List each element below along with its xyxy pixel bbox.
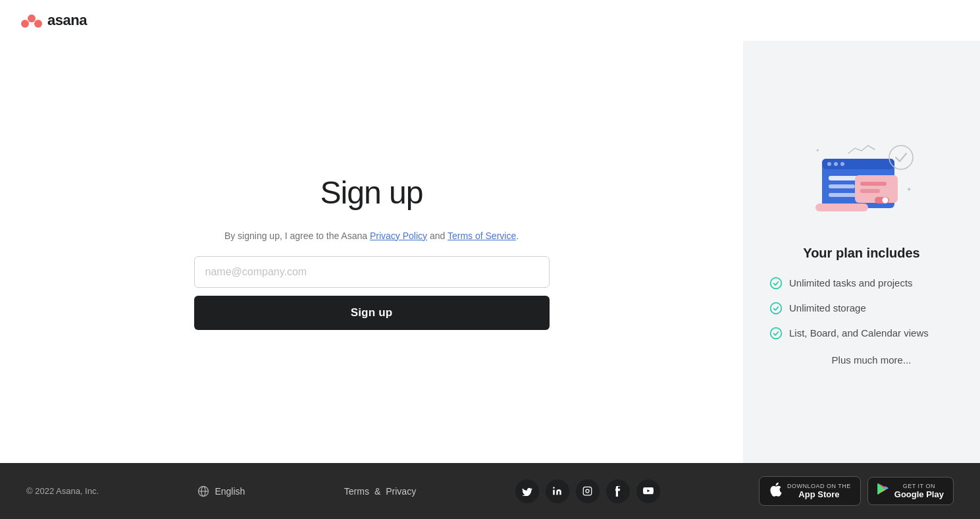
svg-text:✦: ✦: [906, 186, 912, 193]
svg-point-28: [586, 489, 589, 493]
svg-point-26: [553, 487, 555, 489]
svg-rect-4: [822, 159, 894, 169]
logo-text: asana: [47, 12, 87, 29]
youtube-button[interactable]: [636, 479, 660, 503]
signup-title: Sign up: [321, 175, 423, 211]
app-store-text: Download on the App Store: [787, 483, 851, 499]
apple-icon: [769, 482, 782, 500]
svg-point-7: [840, 162, 844, 166]
feature-label-3: List, Board, and Calendar views: [789, 327, 929, 339]
plan-features-list: Unlimited tasks and projects Unlimited s…: [769, 277, 954, 352]
svg-point-0: [28, 14, 36, 22]
plan-feature-3: List, Board, and Calendar views: [769, 327, 954, 340]
linkedin-icon: [552, 486, 562, 496]
language-label: English: [215, 486, 245, 497]
svg-text:✦: ✦: [815, 148, 820, 153]
twitter-button[interactable]: [515, 479, 539, 503]
header: asana: [0, 0, 980, 41]
privacy-policy-link[interactable]: Privacy Policy: [370, 231, 427, 241]
terms-of-service-link[interactable]: Terms of Service: [448, 231, 516, 241]
svg-rect-13: [860, 189, 880, 193]
signup-section: Sign up By signing up, I agree to the As…: [0, 41, 743, 463]
check-circle-icon-1: [769, 277, 783, 290]
instagram-icon: [582, 486, 592, 496]
svg-point-1: [21, 20, 29, 28]
svg-point-17: [889, 146, 913, 169]
feature-label-1: Unlimited tasks and projects: [789, 277, 913, 288]
agreement-suffix: .: [516, 231, 519, 241]
check-circle-icon-3: [769, 327, 783, 340]
signup-button[interactable]: Sign up: [194, 296, 550, 330]
svg-point-2: [34, 20, 42, 28]
language-selector[interactable]: English: [197, 485, 245, 497]
svg-point-21: [771, 302, 782, 314]
google-play-text: GET IT ON Google Play: [894, 483, 944, 499]
svg-point-15: [883, 197, 889, 203]
privacy-link[interactable]: Privacy: [386, 486, 416, 497]
google-play-logo-icon: [877, 483, 889, 496]
svg-point-29: [590, 489, 590, 489]
apple-logo-icon: [769, 482, 782, 497]
plan-feature-1: Unlimited tasks and projects: [769, 277, 954, 290]
plan-illustration: ✦ ✦: [809, 139, 914, 225]
agreement-text: By signing up, I agree to the Asana Priv…: [224, 229, 519, 243]
svg-point-6: [834, 162, 838, 166]
svg-point-22: [771, 327, 782, 339]
signup-form-container: Sign up By signing up, I agree to the As…: [194, 175, 550, 330]
feature-label-2: Unlimited storage: [789, 302, 866, 314]
app-store-button[interactable]: Download on the App Store: [759, 476, 861, 506]
footer-links-separator: &: [374, 486, 380, 497]
email-input[interactable]: [194, 256, 550, 288]
plan-illustration-svg: ✦ ✦: [809, 139, 914, 225]
main-layout: Sign up By signing up, I agree to the As…: [0, 41, 980, 463]
google-play-name: Google Play: [894, 489, 944, 499]
app-store-name: App Store: [787, 489, 851, 499]
agreement-prefix: By signing up, I agree to the Asana: [224, 231, 370, 241]
svg-rect-27: [583, 487, 592, 495]
check-circle-icon-2: [769, 302, 783, 315]
app-store-sub: Download on the: [787, 483, 851, 489]
twitter-icon: [522, 487, 532, 496]
youtube-icon: [643, 487, 654, 495]
terms-link[interactable]: Terms: [344, 486, 369, 497]
globe-icon: [197, 485, 209, 497]
google-play-sub: GET IT ON: [894, 483, 944, 489]
footer: © 2022 Asana, Inc. English Terms & Priva…: [0, 463, 980, 519]
google-play-icon: [877, 483, 889, 499]
footer-copyright: © 2022 Asana, Inc.: [26, 486, 99, 496]
plan-section: ✦ ✦ Your plan includes Unlimited tasks a…: [743, 41, 980, 463]
footer-links: Terms & Privacy: [344, 486, 416, 497]
logo: asana: [21, 12, 959, 29]
social-links: [515, 479, 660, 503]
svg-rect-16: [815, 204, 868, 211]
asana-logo-icon: [21, 13, 42, 28]
svg-rect-12: [860, 182, 887, 186]
svg-point-5: [827, 162, 831, 166]
plan-feature-2: Unlimited storage: [769, 302, 954, 315]
facebook-button[interactable]: [606, 479, 630, 503]
google-play-button[interactable]: GET IT ON Google Play: [867, 477, 954, 505]
instagram-button[interactable]: [576, 479, 600, 503]
svg-point-20: [771, 277, 782, 288]
facebook-icon: [615, 486, 621, 497]
logo-dots: [21, 13, 42, 28]
plan-more: Plus much more...: [832, 354, 912, 366]
svg-rect-9: [829, 184, 855, 188]
agreement-and: and: [427, 231, 448, 241]
plan-title: Your plan includes: [803, 246, 919, 261]
app-stores: Download on the App Store GET IT ON Goog…: [759, 476, 954, 506]
linkedin-button[interactable]: [546, 479, 569, 503]
